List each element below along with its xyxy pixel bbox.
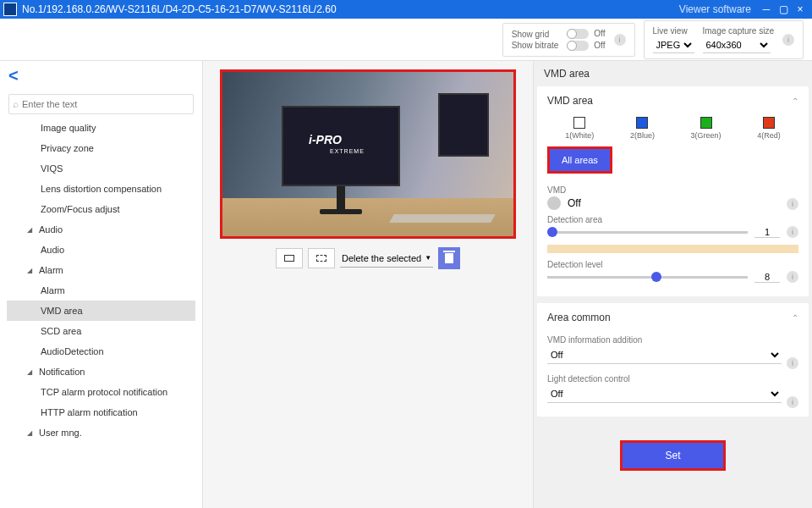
set-button-highlight: Set	[620, 440, 725, 471]
info-icon[interactable]: i	[787, 226, 798, 238]
all-areas-highlight: All areas	[547, 146, 612, 174]
minimize-button[interactable]: ─	[758, 3, 775, 15]
app-icon	[3, 3, 17, 16]
show-bitrate-label: Show bitrate	[512, 41, 559, 50]
rect-tool-button[interactable]	[276, 248, 303, 268]
show-bitrate-toggle[interactable]	[567, 41, 589, 51]
maximize-button[interactable]: ▢	[775, 3, 792, 15]
nav-scd-area[interactable]: SCD area	[7, 321, 195, 341]
light-detection-label: Light detection control	[547, 374, 782, 384]
dashed-rectangle-icon	[316, 255, 326, 262]
nav-image-quality[interactable]: Image quality	[7, 118, 195, 138]
chevron-down-icon: ▼	[425, 254, 431, 262]
show-grid-toggle[interactable]	[567, 29, 589, 39]
caret-icon: ◢	[27, 368, 34, 376]
detection-level-label: Detection level	[547, 260, 798, 269]
set-button[interactable]: Set	[623, 443, 722, 468]
window-title: No.1/192.168.0.26/WV-S2116L/D4-2D-C5-16-…	[22, 3, 679, 15]
detection-area-value[interactable]	[754, 227, 780, 238]
nav-alarm[interactable]: Alarm	[7, 280, 195, 301]
area-4-red[interactable]: 4(Red)	[757, 117, 781, 140]
topbar: Show grid Show bitrate Off Off i Live vi…	[0, 19, 812, 61]
swatch-white	[573, 117, 585, 129]
close-button[interactable]: ×	[792, 3, 809, 15]
info-icon[interactable]: i	[614, 34, 626, 46]
info-icon[interactable]: i	[787, 198, 798, 210]
nav-viqs[interactable]: VIQS	[7, 158, 195, 179]
rect-dash-tool-button[interactable]	[308, 248, 335, 268]
info-icon[interactable]: i	[787, 271, 798, 283]
caret-icon: ◢	[27, 226, 34, 234]
nav-group-alarm[interactable]: ◢Alarm	[7, 260, 195, 280]
nav-group-notification[interactable]: ◢Notification	[7, 362, 195, 382]
show-bitrate-value: Off	[594, 41, 605, 50]
panel-header: VMD area	[534, 61, 812, 86]
swatch-green	[700, 117, 712, 129]
nav-audio-detection[interactable]: AudioDetection	[7, 341, 195, 362]
vmd-value: Off	[568, 197, 581, 209]
info-addition-select[interactable]: Off	[547, 346, 782, 364]
center-panel: i-PROEXTREME Delete the selected▼	[203, 61, 533, 508]
nav-lens-distortion[interactable]: Lens distortion compensation	[7, 179, 195, 199]
back-button[interactable]: <	[0, 61, 202, 91]
light-detection-select[interactable]: Off	[547, 385, 782, 403]
search-box[interactable]: ⌕	[8, 94, 194, 114]
search-input[interactable]	[22, 99, 189, 109]
info-addition-label: VMD information addition	[547, 335, 782, 345]
vmd-area-title: VMD area	[547, 95, 593, 107]
collapse-icon[interactable]: ⌃	[792, 97, 798, 106]
caret-icon: ◢	[27, 267, 34, 274]
nav-audio[interactable]: Audio	[7, 240, 195, 260]
vmd-area-section: VMD area ⌃ 1(White) 2(Blue) 3(Green) 4(R…	[537, 86, 809, 296]
capture-size-select[interactable]: 640x360	[703, 37, 771, 53]
video-preview[interactable]: i-PROEXTREME	[220, 69, 516, 239]
capture-size-label: Image capture size	[703, 26, 775, 36]
detection-indicator	[547, 245, 798, 253]
vmd-toggle[interactable]	[547, 196, 561, 210]
swatch-blue	[636, 117, 648, 129]
nav-group-audio[interactable]: ◢Audio	[7, 219, 195, 240]
area-3-green[interactable]: 3(Green)	[691, 117, 721, 140]
vmd-label: VMD	[547, 185, 798, 195]
display-options-panel: Show grid Show bitrate Off Off i	[502, 23, 635, 57]
brand-label: Viewer software	[679, 3, 751, 15]
swatch-red	[763, 117, 775, 129]
show-grid-label: Show grid	[512, 30, 549, 39]
delete-button[interactable]	[438, 247, 460, 269]
nav-group-user-mng[interactable]: ◢User mng.	[7, 422, 195, 443]
search-icon: ⌕	[13, 98, 19, 110]
sidebar: < ⌕ Image quality Privacy zone VIQS Lens…	[0, 61, 203, 508]
video-toolbar: Delete the selected▼	[276, 247, 460, 269]
capture-panel: Live view JPEG Image capture size 640x36…	[644, 20, 804, 59]
detection-level-value[interactable]	[754, 272, 780, 283]
nav-tree[interactable]: Image quality Privacy zone VIQS Lens dis…	[0, 118, 202, 508]
nav-http-alarm[interactable]: HTTP alarm notification	[7, 402, 195, 422]
nav-tcp-alarm[interactable]: TCP alarm protocol notification	[7, 382, 195, 402]
area-2-blue[interactable]: 2(Blue)	[630, 117, 655, 140]
area-common-section: Area common ⌃ VMD information addition O…	[537, 303, 809, 417]
nav-privacy-zone[interactable]: Privacy zone	[7, 138, 195, 158]
live-view-label: Live view	[653, 26, 694, 36]
live-view-select[interactable]: JPEG	[653, 37, 694, 53]
all-areas-button[interactable]: All areas	[550, 149, 610, 171]
info-icon[interactable]: i	[787, 357, 798, 369]
properties-panel: VMD area VMD area ⌃ 1(White) 2(Blue) 3(G…	[533, 61, 812, 508]
delete-selected-dropdown[interactable]: Delete the selected▼	[340, 250, 433, 268]
nav-zoom-focus[interactable]: Zoom/Focus adjust	[7, 199, 195, 219]
rectangle-icon	[284, 255, 294, 262]
detection-area-label: Detection area	[547, 215, 798, 224]
nav-vmd-area[interactable]: VMD area	[7, 301, 195, 321]
show-grid-value: Off	[594, 29, 605, 38]
info-icon[interactable]: i	[787, 396, 798, 408]
set-button-wrap: Set	[534, 423, 812, 479]
detection-level-slider[interactable]	[547, 276, 748, 279]
area-common-title: Area common	[547, 312, 611, 323]
trash-icon	[445, 253, 453, 263]
caret-icon: ◢	[27, 429, 34, 437]
detection-area-slider[interactable]	[547, 231, 748, 234]
area-swatches: 1(White) 2(Blue) 3(Green) 4(Red)	[547, 117, 798, 140]
info-icon[interactable]: i	[782, 34, 794, 46]
titlebar: No.1/192.168.0.26/WV-S2116L/D4-2D-C5-16-…	[0, 0, 812, 19]
collapse-icon[interactable]: ⌃	[792, 313, 798, 323]
area-1-white[interactable]: 1(White)	[565, 117, 594, 140]
